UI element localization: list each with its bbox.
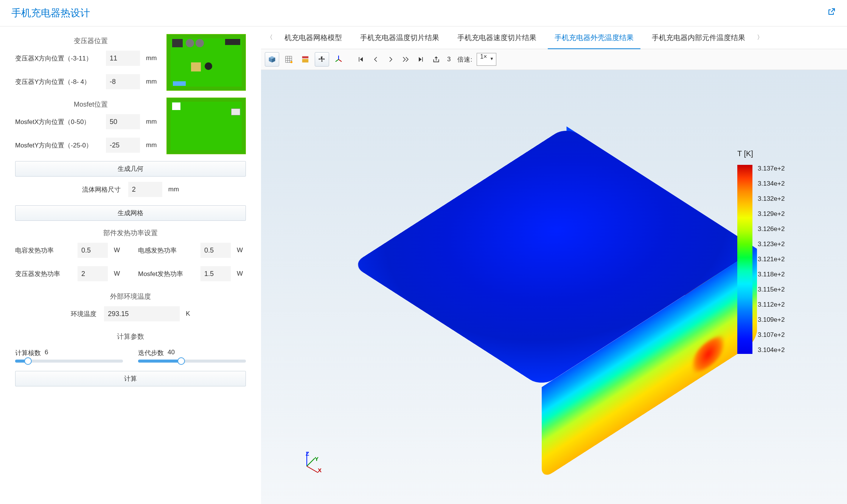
svg-point-0 <box>291 61 293 64</box>
legend-colorbar <box>737 165 752 354</box>
parameter-panel: 变压器位置 变压器X方向位置（-3-11） mm 变压器Y方向位置（-8- 4）… <box>0 26 261 504</box>
unit-mosfet-y: mm <box>146 141 157 149</box>
axis-x-icon: X <box>318 467 322 473</box>
pcb-preview-mosfet <box>166 98 246 154</box>
data-table-icon[interactable] <box>298 52 312 67</box>
charger-solid <box>351 126 757 387</box>
label-ind-power: 电感发热功率 <box>138 246 197 255</box>
legend-title: T [K] <box>737 149 821 158</box>
legend-value: 3.126e+2 <box>758 225 785 233</box>
input-xfmr-y[interactable] <box>106 74 140 89</box>
speed-select[interactable]: 1× <box>477 53 496 66</box>
prev-frame-icon[interactable] <box>369 52 382 67</box>
svg-rect-1 <box>302 56 309 59</box>
frame-number: 3 <box>447 56 451 63</box>
legend-value: 3.104e+2 <box>758 346 785 354</box>
section-solve-params: 计算参数 <box>15 330 246 346</box>
value-iters: 40 <box>168 349 175 357</box>
section-transformer-pos: 变压器位置 <box>15 34 166 51</box>
unit-mosfet-x: mm <box>146 118 157 126</box>
legend-value: 3.107e+2 <box>758 331 785 339</box>
tabs-scroll-left-icon[interactable]: 〈 <box>264 34 275 42</box>
axes-icon[interactable] <box>331 52 346 67</box>
render-viewport[interactable]: T [K] 3.137e+23.134e+23.132e+23.129e+23.… <box>261 70 847 504</box>
slider-iters[interactable] <box>138 360 246 363</box>
input-mosfet-power[interactable] <box>200 266 231 281</box>
compute-button[interactable]: 计算 <box>15 371 246 386</box>
unit-ambient-temp: K <box>186 310 190 318</box>
label-xfmr-y: 变压器Y方向位置（-8- 4） <box>15 78 102 86</box>
legend-value: 3.109e+2 <box>758 316 785 324</box>
unit-xfmr-y: mm <box>146 78 157 85</box>
app-title: 手机充电器热设计 <box>11 6 90 20</box>
section-mosfet-pos: Mosfet位置 <box>15 98 166 114</box>
app-header: 手机充电器热设计 <box>0 0 847 26</box>
unit-mesh-size: mm <box>168 186 179 193</box>
unit-ind-power: W <box>237 247 243 254</box>
legend-value: 3.112e+2 <box>758 301 785 309</box>
color-legend: T [K] 3.137e+23.134e+23.132e+23.129e+23.… <box>737 149 821 354</box>
pcb-preview-transformer <box>166 34 246 91</box>
next-frame-icon[interactable] <box>399 52 412 67</box>
speed-label: 倍速: <box>457 55 472 64</box>
input-ind-power[interactable] <box>200 243 231 258</box>
legend-value: 3.118e+2 <box>758 271 785 278</box>
tab-velocity-slice[interactable]: 手机充电器速度切片结果 <box>448 26 545 49</box>
input-xfmr-x[interactable] <box>106 51 140 66</box>
axis-z-icon: Z <box>306 450 309 457</box>
legend-value: 3.137e+2 <box>758 165 785 172</box>
unit-cap-power: W <box>114 247 120 254</box>
export-icon[interactable] <box>430 52 443 67</box>
open-external-icon[interactable] <box>827 8 836 19</box>
first-frame-icon[interactable] <box>354 52 367 67</box>
generate-geometry-button[interactable]: 生成几何 <box>15 161 246 177</box>
legend-value: 3.115e+2 <box>758 286 785 293</box>
last-frame-icon[interactable] <box>415 52 427 67</box>
unit-xfmr-x: mm <box>146 54 157 62</box>
generate-mesh-button[interactable]: 生成网格 <box>15 205 246 221</box>
viewer-toolbar: 3 倍速: 1× <box>261 49 847 70</box>
input-mosfet-x[interactable] <box>106 114 140 129</box>
legend-value: 3.129e+2 <box>758 210 785 218</box>
input-xfmr-power[interactable] <box>78 266 108 281</box>
label-mosfet-power: Mosfet发热功率 <box>138 270 197 278</box>
label-xfmr-x: 变压器X方向位置（-3-11） <box>15 54 102 63</box>
tab-component-temp[interactable]: 手机充电器内部元件温度结果 <box>643 26 754 49</box>
result-tabs: 〈 机充电器网格模型 手机充电器温度切片结果 手机充电器速度切片结果 手机充电器… <box>261 26 847 49</box>
axis-y-icon: Y <box>315 456 319 462</box>
move-icon[interactable] <box>315 52 329 67</box>
input-cap-power[interactable] <box>78 243 108 258</box>
input-ambient-temp[interactable] <box>104 306 180 321</box>
input-mosfet-y[interactable] <box>106 138 140 153</box>
legend-value: 3.121e+2 <box>758 256 785 263</box>
label-cores: 计算核数 <box>15 349 41 357</box>
play-icon[interactable] <box>384 52 397 67</box>
legend-value: 3.134e+2 <box>758 180 785 188</box>
label-iters: 迭代步数 <box>138 349 164 357</box>
grid-icon[interactable] <box>281 52 296 67</box>
axis-triad: Z Y X <box>291 451 322 481</box>
section-power: 部件发热功率设置 <box>15 226 246 243</box>
svg-rect-2 <box>302 59 309 62</box>
tabs-scroll-right-icon[interactable]: 〉 <box>754 34 766 42</box>
view-cube-icon[interactable] <box>265 52 279 67</box>
tab-temp-slice[interactable]: 手机充电器温度切片结果 <box>351 26 448 49</box>
unit-xfmr-power: W <box>114 270 120 278</box>
input-mesh-size[interactable] <box>128 182 162 197</box>
label-mesh-size: 流体网格尺寸 <box>82 185 121 194</box>
label-xfmr-power: 变压器发热功率 <box>15 270 74 278</box>
label-cap-power: 电容发热功率 <box>15 246 74 255</box>
legend-values: 3.137e+23.134e+23.132e+23.129e+23.126e+2… <box>758 165 785 354</box>
section-ambient: 外部环境温度 <box>15 290 246 306</box>
legend-value: 3.123e+2 <box>758 240 785 248</box>
label-mosfet-y: MosfetY方向位置（-25-0） <box>15 141 102 150</box>
unit-mosfet-power: W <box>237 270 243 278</box>
label-mosfet-x: MosfetX方向位置（0-50） <box>15 118 102 126</box>
value-cores: 6 <box>45 349 48 357</box>
tab-shell-temp[interactable]: 手机充电器外壳温度结果 <box>545 26 643 49</box>
slider-cores[interactable] <box>15 360 123 363</box>
label-ambient-temp: 环境温度 <box>71 310 96 318</box>
legend-value: 3.132e+2 <box>758 195 785 203</box>
tab-mesh-model[interactable]: 机充电器网格模型 <box>275 26 351 49</box>
